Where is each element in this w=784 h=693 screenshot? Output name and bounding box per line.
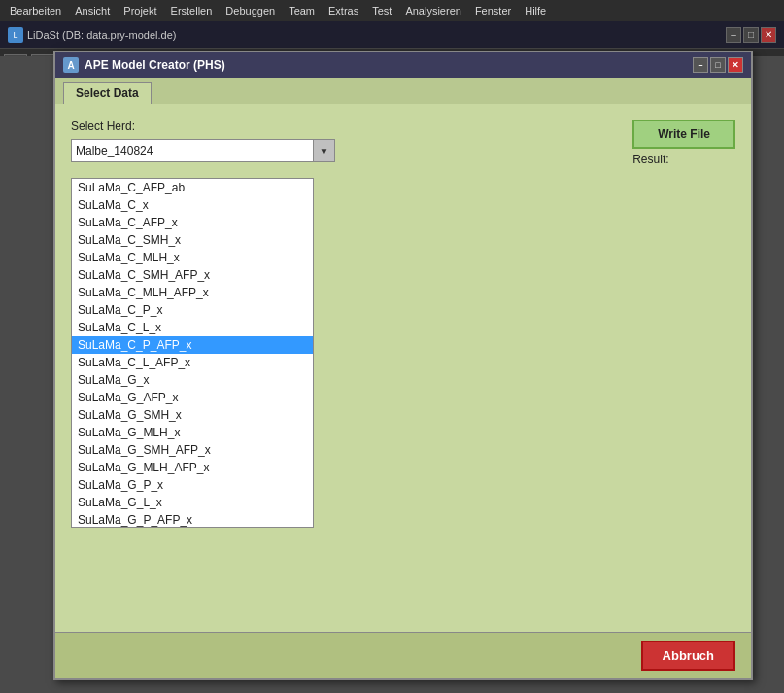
list-container: SuLaMa_C_AFP_abSuLaMa_C_xSuLaMa_C_AFP_xS… — [71, 178, 735, 616]
menu-bar: Bearbeiten Ansicht Projekt Erstellen Deb… — [0, 0, 784, 21]
app-minimize-button[interactable]: – — [726, 27, 741, 43]
herd-select[interactable]: Malbe_140824 — [71, 139, 314, 162]
dialog-close-button[interactable]: ✕ — [728, 57, 743, 73]
list-item[interactable]: SuLaMa_C_SMH_AFP_x — [72, 266, 313, 284]
menu-extras[interactable]: Extras — [323, 3, 364, 18]
list-item[interactable]: SuLaMa_C_SMH_x — [72, 231, 313, 249]
herd-section: Select Herd: Malbe_140824 ▼ — [71, 120, 335, 162]
write-file-button[interactable]: Write File — [632, 120, 735, 149]
list-item[interactable]: SuLaMa_C_MLH_AFP_x — [72, 284, 313, 301]
list-item[interactable]: SuLaMa_C_AFP_ab — [72, 179, 313, 196]
dialog-title: APE Model Creator (PHS) — [85, 58, 225, 72]
list-item[interactable]: SuLaMa_G_SMH_x — [72, 406, 313, 424]
dialog-title-bar: A APE Model Creator (PHS) – □ ✕ — [55, 52, 751, 78]
herd-dropdown-wrapper: Malbe_140824 ▼ — [71, 139, 335, 162]
list-item[interactable]: SuLaMa_G_MLH_x — [72, 424, 313, 441]
menu-team[interactable]: Team — [283, 3, 321, 18]
dialog-tab-strip: Select Data — [55, 78, 751, 104]
menu-debuggen[interactable]: Debuggen — [220, 3, 281, 18]
app-title: LiDaSt (DB: data.pry-model.de) — [27, 29, 176, 41]
dialog-bottom-bar: Abbruch — [55, 632, 751, 678]
dialog-content: Select Herd: Malbe_140824 ▼ Write File R… — [55, 104, 751, 632]
tab-select-data[interactable]: Select Data — [63, 82, 152, 104]
menu-analysieren[interactable]: Analysieren — [399, 3, 466, 18]
app-window-controls: – □ ✕ — [726, 27, 776, 43]
list-item[interactable]: SuLaMa_G_P_x — [72, 476, 313, 494]
menu-projekt[interactable]: Projekt — [118, 3, 162, 18]
herd-dropdown-arrow[interactable]: ▼ — [314, 139, 335, 162]
menu-bearbeiten[interactable]: Bearbeiten — [4, 3, 67, 18]
list-item[interactable]: SuLaMa_C_P_AFP_x — [72, 336, 313, 354]
list-item[interactable]: SuLaMa_C_L_AFP_x — [72, 354, 313, 371]
menu-hilfe[interactable]: Hilfe — [519, 3, 552, 18]
list-item[interactable]: SuLaMa_C_L_x — [72, 319, 313, 336]
list-item[interactable]: SuLaMa_C_P_x — [72, 301, 313, 319]
list-inner[interactable]: SuLaMa_C_AFP_abSuLaMa_C_xSuLaMa_C_AFP_xS… — [72, 179, 313, 527]
app-close-button[interactable]: ✕ — [761, 27, 776, 43]
top-controls-row: Select Herd: Malbe_140824 ▼ Write File R… — [71, 120, 735, 166]
menu-fenster[interactable]: Fenster — [469, 3, 517, 18]
list-item[interactable]: SuLaMa_G_AFP_x — [72, 389, 313, 406]
result-row: Result: — [632, 153, 674, 166]
menu-test[interactable]: Test — [366, 3, 397, 18]
dialog-app-icon: A — [63, 57, 79, 73]
list-item[interactable]: SuLaMa_G_P_AFP_x — [72, 511, 313, 527]
list-item[interactable]: SuLaMa_C_x — [72, 196, 313, 214]
list-item[interactable]: SuLaMa_G_L_x — [72, 494, 313, 511]
dialog-maximize-button[interactable]: □ — [710, 57, 726, 73]
list-box: SuLaMa_C_AFP_abSuLaMa_C_xSuLaMa_C_AFP_xS… — [71, 178, 314, 528]
result-label: Result: — [632, 153, 668, 166]
list-item[interactable]: SuLaMa_G_SMH_AFP_x — [72, 441, 313, 459]
select-herd-label: Select Herd: — [71, 120, 335, 133]
dialog-window: A APE Model Creator (PHS) – □ ✕ Select D… — [53, 51, 753, 680]
menu-erstellen[interactable]: Erstellen — [165, 3, 219, 18]
list-item[interactable]: SuLaMa_G_MLH_AFP_x — [72, 459, 313, 476]
list-item[interactable]: SuLaMa_G_x — [72, 371, 313, 389]
app-icon: L — [8, 27, 23, 43]
dialog-minimize-button[interactable]: – — [693, 57, 708, 73]
dialog-window-controls: – □ ✕ — [693, 57, 743, 73]
list-item[interactable]: SuLaMa_C_MLH_x — [72, 249, 313, 266]
abbruch-button[interactable]: Abbruch — [641, 641, 735, 671]
app-title-bar: L LiDaSt (DB: data.pry-model.de) – □ ✕ — [0, 21, 784, 49]
menu-ansicht[interactable]: Ansicht — [69, 3, 116, 18]
list-item[interactable]: SuLaMa_C_AFP_x — [72, 214, 313, 231]
app-maximize-button[interactable]: □ — [743, 27, 759, 43]
main-wrapper: Bearbeiten Ansicht Projekt Erstellen Deb… — [0, 0, 784, 693]
write-file-section: Write File Result: — [632, 120, 735, 166]
